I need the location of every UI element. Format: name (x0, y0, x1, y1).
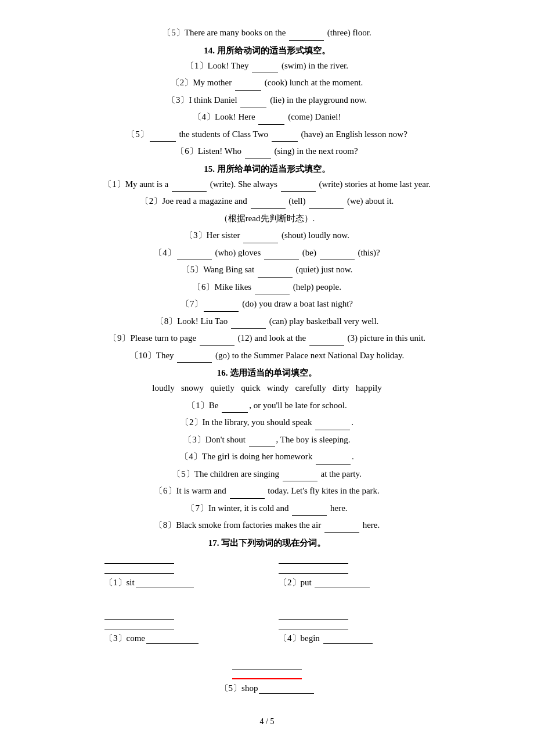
s15-item-2: 〔2〕Joe read a magazine and (tell) (we) a… (35, 194, 499, 209)
page-number: 4 / 5 (35, 717, 499, 726)
s15-item-3: 〔3〕Her sister (shout) loudly now. (35, 228, 499, 243)
s14-item-3: 〔3〕I think Daniel (lie) in the playgroun… (35, 93, 499, 108)
participle-item-2: 〔2〕put (279, 556, 430, 588)
main-content: 〔5〕There are many books on the (three) f… (35, 26, 499, 726)
s15-item-10: 〔10〕They (go) to the Summer Palace next … (35, 348, 499, 363)
s16-item-7: 〔7〕In winter, it is cold and here. (35, 501, 499, 516)
s15-item-2-note: （根据read先判断时态）. (35, 211, 499, 226)
s14-item-5: 〔5〕 the students of Class Two (have) an … (35, 127, 499, 142)
section-14-title: 14. 用所给动词的适当形式填空。 (35, 45, 499, 56)
s15-item-7: 〔7〕 (do) you draw a boat last night? (35, 297, 499, 312)
s16-item-6: 〔6〕It is warm and today. Let's fly kites… (35, 484, 499, 499)
item-5-floor: 〔5〕There are many books on the (three) f… (35, 26, 499, 41)
participle-item-1: 〔1〕sit (104, 556, 255, 588)
s14-item-6: 〔6〕Listen! Who (sing) in the next room? (35, 144, 499, 159)
participle-grid: 〔1〕sit 〔2〕put 〔3〕come 〔4〕begin (104, 556, 430, 644)
s15-item-4: 〔4〕 (who) gloves (be) (this)? (35, 246, 499, 261)
s14-item-4: 〔4〕Look! Here (come) Daniel! (35, 110, 499, 125)
section-16-title: 16. 选用适当的单词填空。 (35, 368, 499, 379)
section-15-title: 15. 用所给单词的适当形式填空。 (35, 164, 499, 175)
s15-item-6: 〔6〕Mike likes (help) people. (35, 280, 499, 295)
blank-5-floor (289, 31, 324, 41)
s14-item-2: 〔2〕My mother (cook) lunch at the moment. (35, 75, 499, 91)
s15-item-1: 〔1〕My aunt is a (write). She always (wri… (35, 177, 499, 192)
word-bank: loudly snowy quietly quick windy careful… (35, 381, 499, 396)
participle-item-3: 〔3〕come (104, 611, 255, 644)
s14-item-1: 〔1〕Look! They (swim) in the river. (35, 59, 499, 74)
s16-item-8: 〔8〕Black smoke from factories makes the … (35, 518, 499, 533)
s16-item-4: 〔4〕The girl is doing her homework . (35, 449, 499, 465)
s16-item-5: 〔5〕The children are singing at the party… (35, 467, 499, 482)
section-17-title: 17. 写出下列动词的现在分词。 (35, 538, 499, 549)
s16-item-2: 〔2〕In the library, you should speak . (35, 415, 499, 430)
participle-item-4: 〔4〕begin (279, 611, 430, 644)
s16-item-3: 〔3〕Don't shout , The boy is sleeping. (35, 433, 499, 448)
s15-item-8: 〔8〕Look! Liu Tao (can) play basketball v… (35, 314, 499, 329)
s15-item-9: 〔9〕Please turn to page (12) and look at … (35, 331, 499, 346)
s15-item-5: 〔5〕Wang Bing sat (quiet) just now. (35, 262, 499, 278)
s16-item-1: 〔1〕Be , or you'll be late for school. (35, 398, 499, 413)
participle-item-5: 〔5〕shop (209, 661, 325, 694)
